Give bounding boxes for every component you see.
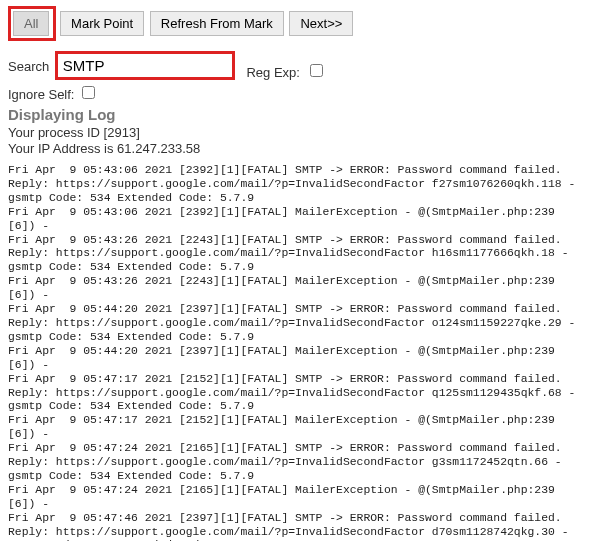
regexp-label: Reg Exp: (246, 65, 299, 80)
ip-line: Your IP Address is 61.247.233.58 (8, 141, 587, 156)
all-button[interactable]: All (13, 11, 49, 36)
regexp-checkbox[interactable] (310, 64, 323, 77)
highlight-all: All (8, 6, 56, 41)
toolbar: All Mark Point Refresh From Mark Next>> (8, 6, 587, 41)
log-output: Fri Apr 9 05:43:06 2021 [2392][1][FATAL]… (8, 164, 587, 541)
next-button[interactable]: Next>> (289, 11, 353, 36)
process-id-line: Your process ID [2913] (8, 125, 587, 140)
page-heading: Displaying Log (8, 106, 587, 123)
ignore-row: Ignore Self: (8, 83, 587, 102)
ignore-self-checkbox[interactable] (82, 86, 95, 99)
search-input[interactable] (59, 55, 231, 76)
search-label: Search (8, 59, 49, 74)
filter-row: Search Reg Exp: (8, 51, 587, 80)
mark-point-button[interactable]: Mark Point (60, 11, 144, 36)
search-highlight (55, 51, 235, 80)
refresh-button[interactable]: Refresh From Mark (150, 11, 284, 36)
ignore-self-label: Ignore Self: (8, 87, 75, 102)
